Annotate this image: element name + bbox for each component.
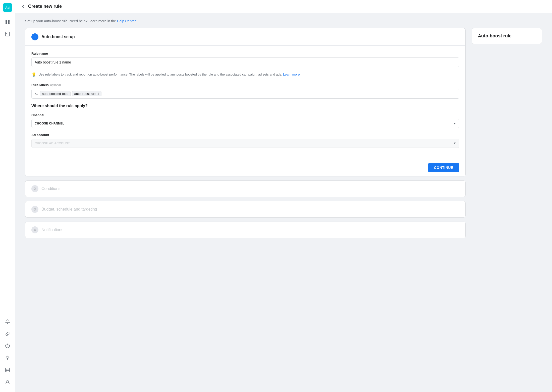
channel-select[interactable]: CHOOSE CHANNEL: [31, 119, 459, 128]
main-container: Create new rule Set up your auto-boost r…: [15, 0, 552, 392]
ad-account-select[interactable]: CHOOSE AD ACCOUNT: [31, 139, 459, 148]
help-center-link[interactable]: Help Center: [117, 19, 136, 23]
svg-rect-0: [6, 20, 7, 22]
optional-label: optional: [50, 83, 61, 87]
help-icon[interactable]: [3, 341, 13, 351]
step3-header: 3 Budget, schedule and targeting: [25, 201, 465, 217]
ad-account-select-wrapper: CHOOSE AD ACCOUNT ▼: [31, 139, 459, 148]
steps-column: 1 Auto-boost setup Rule name 💡: [25, 28, 466, 238]
channel-group: Channel CHOOSE CHANNEL ▼: [31, 113, 459, 128]
table-icon[interactable]: [3, 365, 13, 375]
tip-text: Use rule labels to track and report on a…: [38, 72, 300, 77]
step1-number: 1: [31, 33, 38, 40]
svg-point-9: [7, 357, 8, 359]
right-panel-card: Auto-boost rule: [472, 28, 542, 44]
tag-icon: 🏷: [35, 92, 38, 96]
svg-rect-1: [8, 20, 10, 22]
learn-more-link[interactable]: Learn more: [283, 73, 300, 76]
step4-card: 4 Notifications: [25, 222, 466, 238]
right-panel-title: Auto-boost rule: [472, 28, 542, 44]
step4-title: Notifications: [41, 228, 63, 232]
rule-labels-label: Rule labels optional: [31, 83, 459, 87]
rule-name-input[interactable]: [31, 57, 459, 67]
back-button[interactable]: [21, 5, 25, 9]
step2-card: 2 Conditions: [25, 180, 466, 197]
continue-button[interactable]: CONTINUE: [428, 163, 459, 172]
step3-title: Budget, schedule and targeting: [41, 207, 97, 212]
rule-name-group: Rule name: [31, 52, 459, 67]
tag-auto-boosted-total: auto-boosted-total: [40, 91, 71, 96]
svg-point-8: [7, 347, 8, 347]
two-col-layout: 1 Auto-boost setup Rule name 💡: [25, 28, 542, 238]
header: Create new rule: [15, 0, 552, 13]
svg-rect-3: [8, 22, 10, 24]
step1-footer: CONTINUE: [25, 159, 465, 176]
profile-icon[interactable]: [3, 377, 13, 387]
sidebar: Ad: [0, 0, 15, 392]
step3-number: 3: [31, 206, 38, 213]
step1-header: 1 Auto-boost setup: [25, 28, 465, 46]
app-logo: Ad: [3, 3, 12, 12]
step2-header: 2 Conditions: [25, 181, 465, 197]
page-title: Create new rule: [28, 4, 62, 9]
step4-header: 4 Notifications: [25, 222, 465, 238]
bell-icon[interactable]: [3, 317, 13, 327]
grid-icon[interactable]: [3, 17, 13, 27]
step1-card: 1 Auto-boost setup Rule name 💡: [25, 28, 466, 176]
where-heading: Where should the rule apply?: [31, 104, 459, 108]
svg-rect-4: [6, 32, 10, 36]
channel-select-wrapper: CHOOSE CHANNEL ▼: [31, 119, 459, 128]
content-area: Set up your auto-boost rule. Need help? …: [15, 13, 552, 392]
step2-number: 2: [31, 185, 38, 192]
tip-box: 💡 Use rule labels to track and report on…: [31, 72, 459, 78]
step1-title: Auto-boost setup: [41, 35, 75, 39]
tip-icon: 💡: [31, 72, 36, 77]
tag-auto-boost-rule-1: auto-boost-rule-1: [72, 91, 101, 96]
svg-rect-10: [6, 368, 10, 372]
layout-icon[interactable]: [3, 29, 13, 39]
settings-icon[interactable]: [3, 353, 13, 363]
step4-number: 4: [31, 226, 38, 233]
right-panel: Auto-boost rule: [472, 28, 542, 44]
svg-rect-2: [6, 22, 7, 24]
step3-card: 3 Budget, schedule and targeting: [25, 201, 466, 218]
step1-body: Rule name 💡 Use rule labels to track and…: [25, 46, 465, 159]
subtitle-text: Set up your auto-boost rule. Need help? …: [25, 19, 542, 23]
svg-point-14: [7, 380, 8, 382]
rule-name-label: Rule name: [31, 52, 459, 55]
tags-input-container[interactable]: 🏷 auto-boosted-total auto-boost-rule-1: [31, 89, 459, 99]
ad-account-group: Ad account CHOOSE AD ACCOUNT ▼: [31, 133, 459, 148]
link-icon[interactable]: [3, 329, 13, 339]
step2-title: Conditions: [41, 186, 61, 191]
channel-label: Channel: [31, 113, 459, 117]
ad-account-label: Ad account: [31, 133, 459, 137]
rule-labels-group: Rule labels optional 🏷 auto-boosted-tota…: [31, 83, 459, 99]
